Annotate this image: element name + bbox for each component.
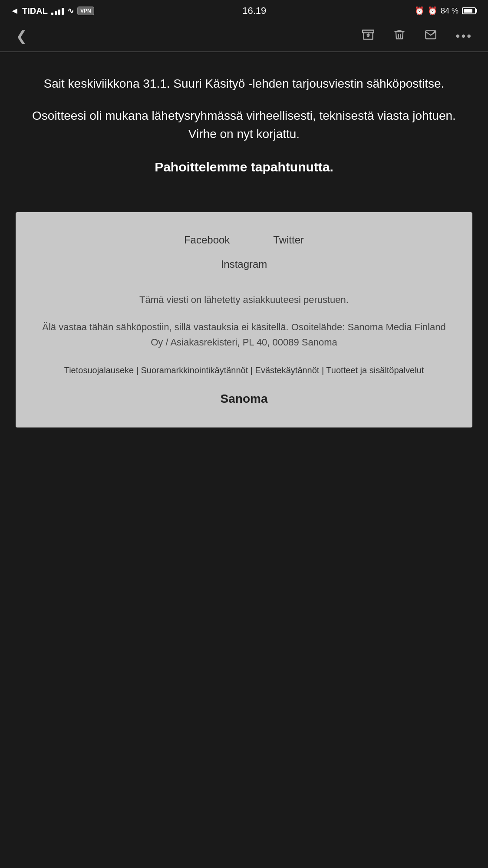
battery-indicator bbox=[462, 7, 476, 14]
brand-name: Sanoma bbox=[33, 392, 455, 406]
delete-button[interactable] bbox=[393, 29, 406, 44]
status-bar: ◂ TIDAL ∿ VPN 16.19 ⏰ ⏰ 84 % bbox=[0, 0, 488, 21]
more-icon: ••• bbox=[456, 29, 472, 43]
back-chevron-icon: ◂ bbox=[12, 5, 17, 16]
wifi-icon: ∿ bbox=[67, 6, 74, 16]
vpn-badge: VPN bbox=[77, 7, 94, 15]
archive-button[interactable] bbox=[362, 29, 374, 44]
footer-text-2: Älä vastaa tähän sähköpostiin, sillä vas… bbox=[33, 319, 455, 350]
footer-text-1: Tämä viesti on lähetetty asiakkuuteesi p… bbox=[33, 292, 455, 307]
status-right: ⏰ ⏰ 84 % bbox=[415, 6, 476, 16]
battery-percent: 84 % bbox=[441, 7, 458, 16]
status-left: ◂ TIDAL ∿ VPN bbox=[12, 5, 94, 16]
more-button[interactable]: ••• bbox=[456, 29, 472, 43]
twitter-link[interactable]: Twitter bbox=[273, 234, 304, 246]
back-icon: ❮ bbox=[16, 28, 27, 44]
email-toolbar: ❮ bbox=[0, 21, 488, 52]
svg-rect-0 bbox=[363, 30, 374, 33]
back-button[interactable]: ❮ bbox=[16, 28, 27, 44]
clock-icon: ⏰ bbox=[415, 6, 424, 16]
footer-links[interactable]: Tietosuojalauseke | Suoramarkkinointikäy… bbox=[33, 362, 455, 378]
email-paragraph-2: Osoitteesi oli mukana lähetysryhmässä vi… bbox=[26, 107, 462, 143]
signal-bars bbox=[51, 7, 64, 15]
carrier-label: TIDAL bbox=[22, 6, 48, 16]
email-paragraph-3: Pahoittelemme tapahtunutta. bbox=[26, 157, 462, 177]
social-links-row: Facebook Twitter bbox=[33, 234, 455, 246]
toolbar-actions: ••• bbox=[362, 29, 472, 44]
instagram-link[interactable]: Instagram bbox=[221, 258, 267, 270]
alarm-icon: ⏰ bbox=[428, 6, 437, 16]
email-dark-section: Sait keskiviikkona 31.1. Suuri Käsityö -… bbox=[0, 52, 488, 212]
instagram-row: Instagram bbox=[33, 258, 455, 270]
reply-button[interactable] bbox=[425, 29, 437, 44]
email-paragraph-1: Sait keskiviikkona 31.1. Suuri Käsityö -… bbox=[26, 75, 462, 93]
facebook-link[interactable]: Facebook bbox=[184, 234, 230, 246]
time-display: 16.19 bbox=[242, 5, 266, 16]
email-light-section: Facebook Twitter Instagram Tämä viesti o… bbox=[16, 212, 472, 427]
